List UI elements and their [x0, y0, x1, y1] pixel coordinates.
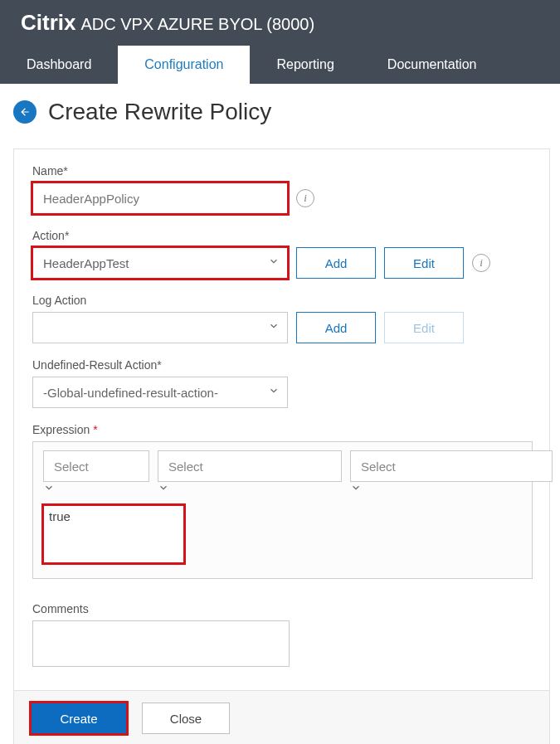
action-add-button[interactable]: Add	[296, 247, 376, 279]
expr-select-1[interactable]: Select	[43, 450, 149, 482]
page-content: Create Rewrite Policy Name* i Action* He…	[0, 84, 560, 744]
title-row: Create Rewrite Policy	[13, 99, 550, 125]
expression-builder: Select Select Select	[32, 441, 533, 579]
form-panel: Name* i Action* HeaderAppTest Add Edit i	[13, 148, 550, 744]
field-undef: Undefined-Result Action* -Global-undefin…	[32, 358, 533, 408]
brand-logo: Citrix	[21, 10, 75, 36]
back-button[interactable]	[13, 100, 37, 124]
comments-label: Comments	[32, 602, 533, 615]
action-label: Action*	[32, 229, 533, 242]
nav-tabs: Dashboard Configuration Reporting Docume…	[0, 46, 560, 84]
log-action-label: Log Action	[32, 294, 533, 307]
product-name: ADC VPX AZURE BYOL (8000)	[80, 15, 314, 34]
undef-select[interactable]: -Global-undefined-result-action-	[32, 377, 288, 408]
field-comments: Comments	[32, 602, 533, 670]
action-edit-button[interactable]: Edit	[384, 247, 464, 279]
action-select[interactable]: HeaderAppTest	[32, 247, 288, 279]
chevron-down-icon	[350, 482, 362, 496]
tab-dashboard[interactable]: Dashboard	[0, 46, 118, 84]
app-header: Citrix ADC VPX AZURE BYOL (8000)	[0, 0, 560, 46]
tab-configuration[interactable]: Configuration	[118, 46, 250, 84]
info-icon[interactable]: i	[296, 189, 314, 207]
tab-documentation[interactable]: Documentation	[361, 46, 504, 84]
undef-label: Undefined-Result Action*	[32, 358, 533, 372]
create-button[interactable]: Create	[31, 703, 127, 734]
tab-reporting[interactable]: Reporting	[250, 46, 360, 84]
expression-label: Expression *	[32, 423, 533, 436]
log-action-edit-button: Edit	[384, 312, 464, 343]
field-expression: Expression * Select Select Select	[32, 423, 533, 579]
log-action-add-button[interactable]: Add	[296, 312, 376, 343]
expr-select-3[interactable]: Select	[350, 450, 553, 482]
field-action: Action* HeaderAppTest Add Edit i	[32, 229, 533, 279]
field-name: Name* i	[32, 164, 533, 214]
expression-textarea[interactable]	[43, 505, 184, 563]
comments-textarea[interactable]	[32, 620, 290, 667]
chevron-down-icon	[43, 482, 55, 496]
log-action-select[interactable]	[32, 312, 288, 343]
expr-select-2[interactable]: Select	[158, 450, 342, 482]
page-title: Create Rewrite Policy	[48, 99, 271, 125]
name-input[interactable]	[32, 182, 288, 214]
form-footer: Create Close	[14, 690, 549, 744]
name-label: Name*	[32, 164, 533, 177]
info-icon[interactable]: i	[472, 254, 490, 272]
arrow-left-icon	[19, 106, 31, 118]
field-log-action: Log Action Add Edit	[32, 294, 533, 343]
chevron-down-icon	[158, 482, 169, 496]
close-button[interactable]: Close	[142, 703, 230, 734]
